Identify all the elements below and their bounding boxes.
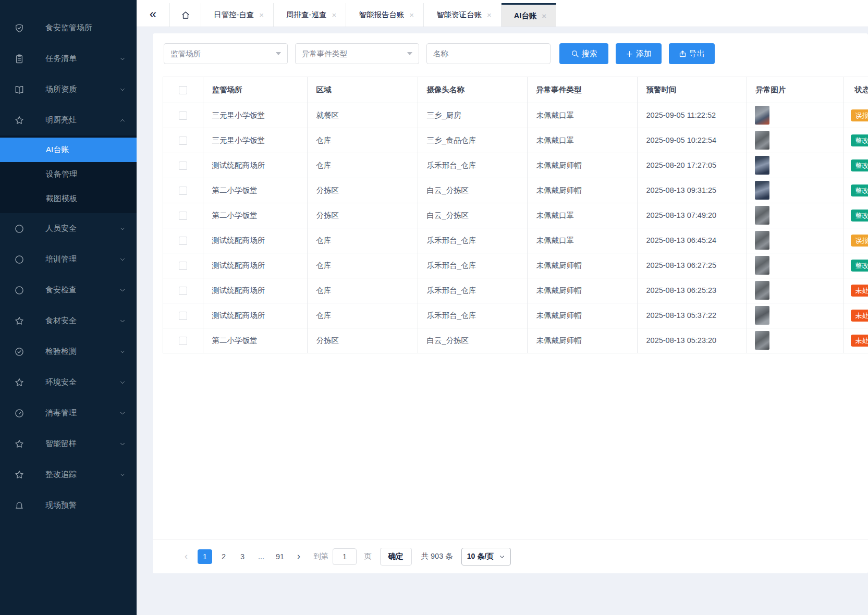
double-chevron-left-icon: « <box>150 8 156 20</box>
anomaly-thumbnail[interactable] <box>755 256 769 275</box>
sidebar-item-inspection-testing[interactable]: 检验检测 <box>0 336 137 367</box>
row-checkbox[interactable] <box>179 337 187 345</box>
anomaly-thumbnail[interactable] <box>755 106 769 125</box>
home-icon <box>181 10 190 20</box>
chevron-down-icon <box>499 554 505 560</box>
warning-time-cell: 2025-08-13 06:27:25 <box>637 253 747 278</box>
anomaly-image-cell <box>747 253 843 278</box>
sidebar-item-rectification-tracking[interactable]: 整改追踪 <box>0 459 137 490</box>
event-type-filter-select[interactable]: 异常事件类型 <box>295 43 419 64</box>
sidebar-item-site-qualifications[interactable]: 场所资质 <box>0 74 137 105</box>
page-number-button[interactable]: 91 <box>273 549 287 564</box>
tab[interactable]: 智能报告台账 × <box>346 3 424 27</box>
tab[interactable]: AI台账 × <box>502 3 556 27</box>
sidebar-item-task-list[interactable]: 任务清单 <box>0 43 137 74</box>
status-badge: 误报 <box>851 235 868 247</box>
anomaly-thumbnail[interactable] <box>755 231 769 250</box>
status-cell: 整改 <box>843 178 868 203</box>
event-type-cell: 未佩戴厨师帽 <box>527 153 637 178</box>
area-cell: 仓库 <box>307 253 418 278</box>
anomaly-thumbnail[interactable] <box>755 206 769 225</box>
row-checkbox[interactable] <box>179 237 187 245</box>
star-icon <box>14 377 25 388</box>
row-checkbox[interactable] <box>179 162 187 170</box>
row-checkbox[interactable] <box>179 137 187 145</box>
site-cell: 测试统配商场所 <box>203 228 307 253</box>
page-number-button[interactable]: 2 <box>216 549 231 564</box>
book-icon <box>14 84 25 95</box>
next-page-arrow[interactable]: › <box>291 549 306 564</box>
add-button[interactable]: 添加 <box>616 43 662 64</box>
sidebar-item-label: 人员安全 <box>45 224 119 233</box>
add-button-label: 添加 <box>636 49 652 59</box>
sidebar-item-environment-safety[interactable]: 环境安全 <box>0 367 137 398</box>
tab-close-icon[interactable]: × <box>542 11 546 20</box>
tab-label: AI台账 <box>514 11 537 21</box>
sidebar: 食安监管场所 任务清单 场所资质 明厨亮灶 AI台账 设备管理 截图模板 <box>0 0 137 615</box>
row-checkbox[interactable] <box>179 112 187 120</box>
row-checkbox[interactable] <box>179 312 187 320</box>
event-type-filter-placeholder: 异常事件类型 <box>302 49 347 59</box>
sidebar-item-food-safety-check[interactable]: 食安检查 <box>0 275 137 305</box>
name-filter-input[interactable] <box>433 50 544 58</box>
chevron-down-icon <box>119 256 126 263</box>
sidebar-subitem-device-management[interactable]: 设备管理 <box>0 162 137 187</box>
anomaly-thumbnail[interactable] <box>755 331 769 350</box>
tab-close-icon[interactable]: × <box>259 10 264 19</box>
page-size-select[interactable]: 10 条/页 <box>461 548 511 565</box>
export-button[interactable]: 导出 <box>669 43 715 64</box>
sidebar-item-personnel-safety[interactable]: 人员安全 <box>0 213 137 244</box>
sidebar-item-label: 环境安全 <box>45 377 119 387</box>
anomaly-image-cell <box>747 278 843 303</box>
row-checkbox-cell <box>163 203 203 228</box>
pagination: ‹ 1 2 3 ... 91 › 到第 页 确定 共 903 条 10 条/页 <box>153 539 868 573</box>
goto-confirm-button[interactable]: 确定 <box>380 548 412 565</box>
status-badge: 整改 <box>851 210 868 222</box>
search-button[interactable]: 搜索 <box>559 43 608 64</box>
sidebar-item-training-management[interactable]: 培训管理 <box>0 244 137 275</box>
page-number-button[interactable]: ... <box>254 549 268 564</box>
prev-page-arrow[interactable]: ‹ <box>179 549 193 564</box>
tab[interactable]: 周排查-巡查 × <box>274 3 346 27</box>
page-number-button[interactable]: 1 <box>198 549 212 564</box>
star-icon <box>14 316 25 326</box>
tab[interactable]: 日管控-自查 × <box>201 3 274 27</box>
tab-close-icon[interactable]: × <box>487 10 492 19</box>
select-all-checkbox[interactable] <box>179 86 187 94</box>
goto-prefix-label: 到第 <box>313 551 328 561</box>
sidebar-submenu-bright-kitchen: AI台账 设备管理 截图模板 <box>0 136 137 213</box>
row-checkbox-cell <box>163 253 203 278</box>
site-filter-select[interactable]: 监管场所 <box>164 43 288 64</box>
sidebar-collapse-button[interactable]: « <box>137 3 170 27</box>
anomaly-thumbnail[interactable] <box>755 306 769 325</box>
row-checkbox[interactable] <box>179 287 187 295</box>
home-tab[interactable] <box>170 3 201 27</box>
anomaly-thumbnail[interactable] <box>755 281 769 300</box>
goto-page-input[interactable] <box>333 548 357 565</box>
sidebar-subitem-ai-ledger[interactable]: AI台账 <box>0 138 137 162</box>
sidebar-item-ingredient-safety[interactable]: 食材安全 <box>0 305 137 336</box>
chevron-down-icon <box>119 317 126 325</box>
circle-icon <box>14 285 25 296</box>
status-badge: 整改 <box>851 260 868 272</box>
row-checkbox[interactable] <box>179 212 187 220</box>
page-number-button[interactable]: 3 <box>235 549 250 564</box>
row-checkbox[interactable] <box>179 262 187 270</box>
sidebar-item-food-safety-sites[interactable]: 食安监管场所 <box>0 13 137 43</box>
sidebar-item-disinfection-management[interactable]: 消毒管理 <box>0 398 137 428</box>
anomaly-thumbnail[interactable] <box>755 131 769 150</box>
sidebar-item-smart-sampling[interactable]: 智能留样 <box>0 428 137 459</box>
sidebar-item-bright-kitchen[interactable]: 明厨亮灶 <box>0 105 137 136</box>
sidebar-subitem-screenshot-template[interactable]: 截图模板 <box>0 187 137 211</box>
row-checkbox[interactable] <box>179 187 187 195</box>
tab-close-icon[interactable]: × <box>332 10 336 19</box>
anomaly-image-cell <box>747 203 843 228</box>
column-header-camera: 摄像头名称 <box>418 77 527 103</box>
tab[interactable]: 智能资证台账 × <box>424 3 502 27</box>
anomaly-thumbnail[interactable] <box>755 181 769 200</box>
anomaly-thumbnail[interactable] <box>755 156 769 175</box>
tab-close-icon[interactable]: × <box>409 10 414 19</box>
camera-cell: 乐禾邢台_仓库 <box>418 153 527 178</box>
site-cell: 第二小学饭堂 <box>203 203 307 228</box>
sidebar-item-onsite-warning[interactable]: 现场预警 <box>0 490 137 521</box>
